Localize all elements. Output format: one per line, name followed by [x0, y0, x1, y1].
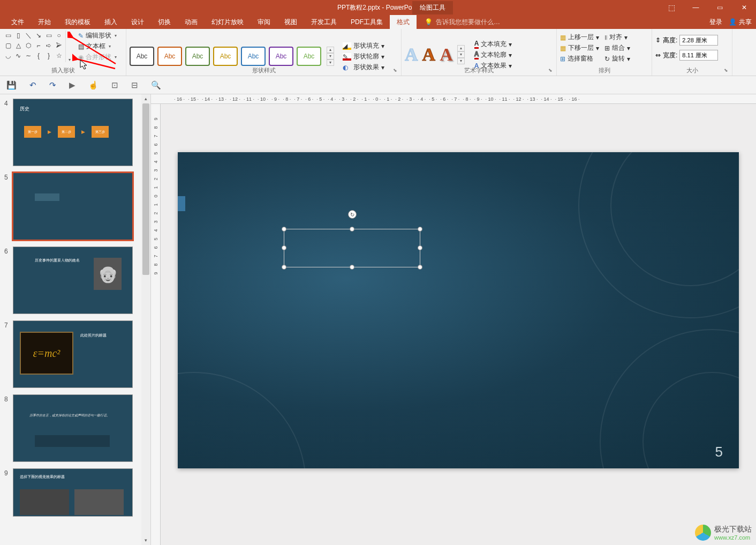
star-icon[interactable]: ☆	[54, 51, 64, 61]
qat-icon-2[interactable]: ⊟	[131, 80, 138, 90]
ribbon-options-button[interactable]: ⬚	[660, 0, 684, 15]
touch-mode-icon[interactable]: ☝	[88, 80, 99, 90]
minimize-button[interactable]: —	[684, 0, 708, 15]
vertical-ruler[interactable]: 9876543210123456789	[151, 104, 161, 545]
selected-shape[interactable]: ↻	[284, 229, 420, 267]
curve-icon[interactable]: ∿	[13, 51, 23, 61]
menu-slideshow[interactable]: 幻灯片放映	[205, 15, 251, 29]
menu-review[interactable]: 审阅	[251, 15, 277, 29]
save-icon[interactable]: 💾	[6, 80, 17, 90]
menu-templates[interactable]: 我的模板	[58, 15, 97, 29]
shape-effects-button[interactable]: ◐ 形状效果 ▾	[343, 63, 384, 72]
qat-icon-1[interactable]: ⊡	[111, 80, 118, 90]
shape-style-preset[interactable]: Abc	[269, 47, 293, 66]
scroll-down-icon[interactable]: ▾	[141, 536, 150, 545]
login-link[interactable]: 登录	[709, 18, 722, 27]
dialog-launcher-icon[interactable]: ⬊	[724, 68, 730, 74]
slide-thumbnail[interactable]: ε=mc² 此处照片的标题	[13, 320, 133, 388]
slide-thumbnail[interactable]: 历事件的名言，或支持你的论文或声明的语句一般行话。	[13, 394, 133, 462]
slide-thumbnail[interactable]	[13, 173, 133, 240]
scroll-up-icon[interactable]: ▴	[141, 94, 150, 103]
send-backward-button[interactable]: ▦ 下移一层 ▾	[560, 43, 599, 53]
menu-file[interactable]: 文件	[4, 15, 31, 29]
resize-handle-ml[interactable]	[282, 245, 286, 250]
resize-handle-br[interactable]	[418, 265, 422, 270]
group-button[interactable]: ⊞ 组合 ▾	[604, 43, 630, 53]
slide-canvas[interactable]: 5 ↻	[178, 152, 739, 468]
shape-style-preset[interactable]: Abc	[297, 47, 321, 66]
undo-icon[interactable]: ↶	[29, 80, 36, 90]
edit-shape-button[interactable]: ✎ 编辑形状 ▾	[76, 31, 119, 41]
resize-handle-tl[interactable]	[282, 227, 286, 232]
menu-design[interactable]: 设计	[124, 15, 151, 29]
resize-handle-tr[interactable]	[418, 227, 422, 232]
shape-style-preset[interactable]: Abc	[157, 47, 182, 66]
text-box-button[interactable]: ▤ 文本框 ▾	[76, 41, 119, 51]
share-button[interactable]: 👤 共享	[729, 18, 752, 27]
shapes-gallery[interactable]: ▭ ▯ ＼ ↘ ▭ ○ ▢ △ ⬡ ⌐ ➪ ⮚ ◡ ∿ ∼ { } ☆	[3, 31, 64, 62]
page-up-icon[interactable]: ▴	[327, 47, 334, 53]
menu-insert[interactable]: 插入	[97, 15, 124, 29]
wordart-pager[interactable]: ▴ ▾ ▾	[457, 45, 465, 64]
chevron-icon[interactable]: ⮚	[54, 41, 64, 50]
text-fill-button[interactable]: A 文本填充 ▾	[474, 40, 512, 49]
qat-icon-3[interactable]: 🔍	[151, 80, 161, 90]
slide-thumbnail[interactable]: 历史 第一步 ▶ 第二步 ▶ 第三步	[13, 99, 133, 166]
resize-handle-tm[interactable]	[350, 227, 354, 232]
elbow-connector-icon[interactable]: ⌐	[34, 41, 43, 50]
wave-icon[interactable]: ∼	[24, 51, 33, 61]
width-input[interactable]	[679, 50, 718, 61]
rounded-rect-icon[interactable]: ▢	[3, 41, 13, 50]
dialog-launcher-icon[interactable]: ⬊	[548, 68, 555, 74]
wordart-preset[interactable]: A	[422, 44, 436, 65]
line-icon[interactable]: ＼	[24, 31, 33, 40]
dialog-launcher-icon[interactable]: ⬊	[393, 68, 399, 74]
page-down-icon[interactable]: ▾	[327, 53, 334, 59]
arc-icon[interactable]: ◡	[3, 51, 13, 61]
expand-gallery-icon[interactable]: ▾	[457, 58, 465, 64]
textbox-vert-icon[interactable]: ▯	[13, 31, 23, 40]
brace-left-icon[interactable]: {	[34, 51, 43, 61]
shape-style-preset[interactable]: Abc	[130, 47, 154, 66]
resize-handle-bm[interactable]	[350, 265, 354, 270]
resize-handle-bl[interactable]	[282, 265, 286, 270]
shape-style-preset[interactable]: Abc	[185, 47, 210, 66]
slide-thumbnail[interactable]: 选择下面的视觉效果的标题	[13, 468, 133, 517]
close-button[interactable]: ✕	[732, 0, 756, 15]
shape-fill-button[interactable]: ◢ 形状填充 ▾	[343, 41, 384, 50]
shapes-more-button[interactable]: ▾	[65, 31, 73, 62]
page-up-icon[interactable]: ▴	[457, 45, 465, 51]
height-input[interactable]	[679, 35, 718, 46]
shape-style-preset[interactable]: Abc	[241, 47, 266, 66]
arrow-right-icon[interactable]: ➪	[44, 41, 54, 50]
redo-icon[interactable]: ↷	[49, 80, 56, 90]
bring-forward-button[interactable]: ▦ 上移一层 ▾	[560, 33, 599, 42]
brace-right-icon[interactable]: }	[44, 51, 54, 61]
start-presentation-icon[interactable]: ▶	[69, 80, 75, 90]
menu-pdf[interactable]: PDF工具集	[344, 15, 390, 29]
shape-style-preset[interactable]: Abc	[213, 47, 238, 66]
horizontal-ruler[interactable]: · 16 ·· 15 ·· 14 ·· 13 ·· 12 ·· 11 ·· 10…	[151, 94, 756, 104]
page-down-icon[interactable]: ▾	[457, 51, 465, 58]
wordart-preset[interactable]: A	[440, 44, 453, 65]
expand-gallery-icon[interactable]: ▾	[327, 59, 334, 66]
textbox-shape-icon[interactable]: ▭	[3, 31, 13, 40]
resize-handle-mr[interactable]	[418, 245, 422, 250]
rotate-button[interactable]: ↻ 旋转 ▾	[604, 54, 630, 63]
shape-outline-button[interactable]: ✎ 形状轮廓 ▾	[343, 52, 384, 61]
text-outline-button[interactable]: A 文本轮廓 ▾	[474, 50, 512, 59]
hexagon-icon[interactable]: ⬡	[24, 41, 33, 50]
align-button[interactable]: ⫴ 对齐 ▾	[604, 33, 630, 42]
oval-icon[interactable]: ○	[54, 31, 64, 40]
scrollbar-thumb[interactable]	[142, 103, 149, 275]
slide-panel-scrollbar[interactable]: ▴ ▾	[141, 94, 150, 545]
shape-style-pager[interactable]: ▴ ▾ ▾	[327, 47, 334, 66]
rotate-handle[interactable]: ↻	[348, 210, 357, 219]
menu-developer[interactable]: 开发工具	[304, 15, 344, 29]
slide-thumbnail[interactable]: 历史事件的重要人物的姓名 👴	[13, 247, 133, 314]
menu-format[interactable]: 格式	[390, 15, 417, 29]
rect-icon[interactable]: ▭	[44, 31, 54, 40]
menu-home[interactable]: 开始	[31, 15, 58, 29]
menu-view[interactable]: 视图	[277, 15, 304, 29]
menu-animations[interactable]: 动画	[178, 15, 205, 29]
